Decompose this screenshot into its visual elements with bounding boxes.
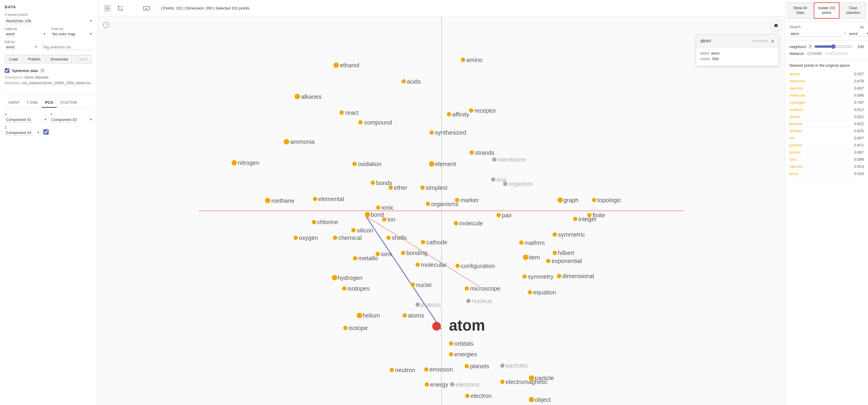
point[interactable] — [332, 275, 337, 280]
point[interactable] — [528, 290, 532, 295]
point[interactable] — [461, 58, 465, 62]
isolate-button[interactable]: Isolate 101points — [814, 2, 839, 19]
point[interactable] — [401, 251, 405, 255]
point[interactable] — [426, 202, 430, 206]
point[interactable] — [529, 375, 534, 381]
point[interactable] — [265, 198, 270, 203]
nearest-list-item[interactable]: protons0.822 — [789, 121, 864, 128]
point[interactable] — [429, 161, 434, 167]
z-checkbox[interactable] — [43, 129, 49, 135]
point[interactable] — [401, 79, 406, 83]
nearest-list-item[interactable]: ions0.898 — [789, 156, 864, 163]
labels-icon[interactable]: A — [142, 4, 151, 13]
point[interactable] — [421, 240, 425, 244]
point[interactable] — [356, 313, 362, 318]
point[interactable] — [450, 382, 455, 387]
point[interactable] — [449, 352, 453, 357]
point[interactable] — [492, 158, 497, 162]
info-popup-close-button[interactable]: ∧ — [771, 38, 775, 44]
label-by-select[interactable]: word — [5, 31, 16, 37]
x-axis-select[interactable]: Component #1 — [5, 117, 33, 123]
nearest-list-item[interactable]: proton0.887 — [789, 149, 864, 156]
point[interactable] — [523, 255, 528, 260]
nearest-list-item[interactable]: atomic0.821 — [789, 113, 864, 121]
point[interactable] — [465, 364, 469, 369]
point[interactable] — [503, 182, 507, 186]
nearest-list-item[interactable]: element0.913 — [789, 163, 864, 170]
tag-selection-input[interactable] — [43, 44, 93, 50]
point[interactable] — [294, 94, 300, 99]
point[interactable] — [546, 259, 551, 263]
point[interactable] — [386, 236, 391, 240]
nearest-list-item[interactable]: electrons0.678 — [789, 78, 864, 85]
point[interactable] — [390, 368, 394, 372]
distance-cosine[interactable]: COSINE — [807, 51, 822, 56]
point[interactable] — [470, 150, 474, 155]
tab-custom[interactable]: CUSTOM — [57, 98, 81, 108]
z-axis-select[interactable]: Component #3 — [5, 130, 33, 136]
point[interactable] — [231, 160, 237, 165]
point[interactable] — [553, 251, 557, 255]
night-mode-icon[interactable] — [129, 4, 138, 13]
point[interactable] — [415, 263, 420, 267]
point[interactable] — [491, 177, 495, 182]
point[interactable] — [333, 236, 337, 240]
point[interactable] — [447, 112, 451, 116]
point[interactable] — [382, 217, 386, 222]
point[interactable] — [497, 213, 501, 217]
tab-umap[interactable]: UMAP — [5, 98, 23, 108]
point[interactable] — [293, 236, 298, 240]
point[interactable] — [410, 282, 415, 287]
nearest-list-item[interactable]: bond0.916 — [789, 170, 864, 177]
point[interactable] — [465, 394, 470, 398]
point[interactable] — [389, 185, 393, 190]
point[interactable] — [454, 221, 458, 226]
download-button[interactable]: Download — [46, 55, 72, 63]
point[interactable] — [359, 120, 363, 125]
crop-icon[interactable] — [116, 4, 125, 13]
point[interactable] — [421, 185, 425, 190]
point[interactable] — [424, 367, 429, 372]
point[interactable] — [500, 379, 505, 384]
point[interactable] — [312, 220, 316, 225]
home-button[interactable] — [771, 20, 781, 31]
distance-euclidean[interactable]: EUCLIDEAN — [826, 51, 847, 56]
point[interactable] — [352, 162, 357, 166]
show-all-data-button[interactable]: Show AllData — [787, 2, 812, 19]
point[interactable] — [371, 180, 375, 185]
point[interactable] — [430, 130, 434, 135]
point[interactable] — [353, 256, 358, 261]
label-button[interactable]: Label — [73, 55, 92, 63]
point[interactable] — [529, 397, 534, 402]
tab-tsne[interactable]: T-SNE — [23, 98, 41, 108]
point[interactable] — [284, 139, 289, 144]
point[interactable] — [365, 212, 370, 217]
point[interactable] — [351, 228, 356, 232]
point[interactable] — [449, 341, 453, 346]
nearest-list-item[interactable]: orbitals0.825 — [789, 128, 864, 135]
nearest-list-item[interactable]: nucleus0.812 — [789, 106, 864, 113]
point[interactable] — [466, 299, 471, 303]
point[interactable] — [573, 217, 578, 221]
scatter-group[interactable]: ethanol acids amino alkanes react compou… — [231, 57, 621, 405]
search-by-select[interactable]: word category — [848, 31, 868, 37]
search-input[interactable] — [789, 31, 842, 37]
dataset-select[interactable]: Word2Vec 10K Word2Vec 5K MNIST — [5, 18, 33, 24]
point[interactable] — [557, 274, 561, 278]
nearest-list-item[interactable]: particle0.871 — [789, 142, 864, 149]
point[interactable] — [343, 326, 348, 330]
point[interactable] — [465, 286, 469, 291]
point[interactable] — [522, 275, 527, 279]
publish-button[interactable]: Publish — [24, 55, 45, 63]
point[interactable] — [342, 286, 346, 291]
atom-point[interactable] — [432, 322, 441, 331]
help-button[interactable]: ? — [101, 20, 111, 30]
point[interactable] — [339, 110, 344, 115]
point[interactable] — [403, 313, 407, 318]
point[interactable] — [425, 382, 429, 387]
point[interactable] — [334, 63, 339, 68]
point[interactable] — [592, 198, 596, 202]
point[interactable] — [313, 197, 317, 201]
point[interactable] — [455, 198, 459, 202]
nearest-list-item[interactable]: hydrogen0.797 — [789, 99, 864, 106]
